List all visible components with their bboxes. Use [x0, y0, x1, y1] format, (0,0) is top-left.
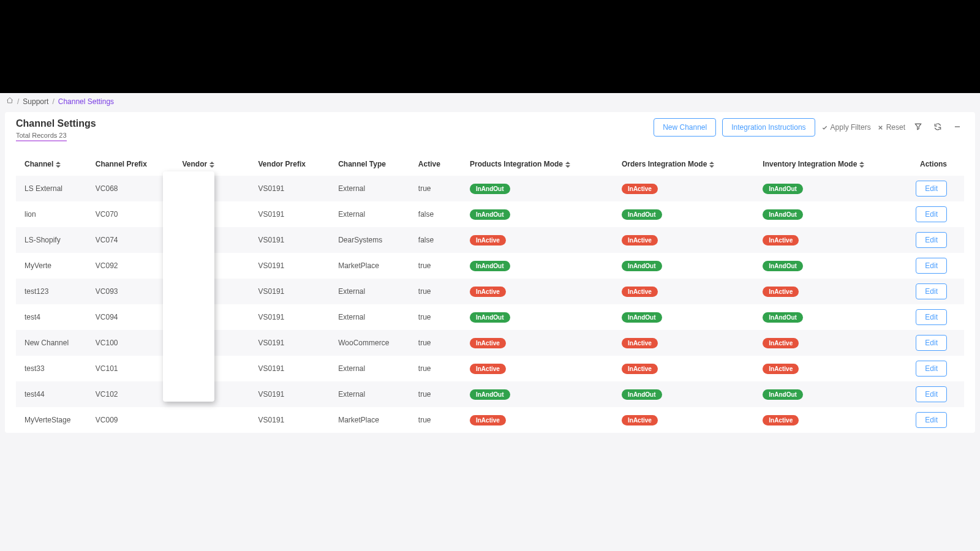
edit-button[interactable]: Edit — [916, 206, 947, 222]
cell-orders: InActive — [617, 176, 758, 201]
cell-channel: LS-Shopify — [16, 227, 91, 253]
cell-channel: test33 — [16, 356, 91, 381]
sort-icon — [859, 162, 864, 168]
reset-button[interactable]: Reset — [877, 123, 905, 132]
apply-filters-button[interactable]: Apply Filters — [821, 123, 871, 132]
cell-channel: test4 — [16, 304, 91, 330]
cell-type: External — [333, 381, 413, 407]
edit-button[interactable]: Edit — [916, 335, 947, 351]
cell-active: true — [413, 356, 465, 381]
col-actions: Actions — [899, 148, 964, 176]
status-badge: InActive — [763, 235, 799, 246]
status-badge: InAndOut — [622, 209, 662, 220]
cell-vendor-prefix: VS0191 — [254, 330, 334, 356]
minimize-icon[interactable] — [951, 122, 964, 133]
cell-inventory: InAndOut — [758, 253, 899, 279]
status-badge: InAndOut — [470, 389, 510, 400]
col-active[interactable]: Active — [413, 148, 465, 176]
cell-active: true — [413, 330, 465, 356]
cell-orders: InActive — [617, 279, 758, 304]
cell-channel: New Channel — [16, 330, 91, 356]
sort-icon — [565, 162, 570, 168]
status-badge: InActive — [622, 338, 658, 348]
cell-vendor-prefix: VS0191 — [254, 304, 334, 330]
cell-orders: InAndOut — [617, 381, 758, 407]
col-products-mode[interactable]: Products Integration Mode — [465, 148, 617, 176]
cell-inventory: InAndOut — [758, 201, 899, 227]
table-row: lionVC070VS0191ExternalfalseInAndOutInAn… — [16, 201, 964, 227]
cell-type: MarketPlace — [333, 253, 413, 279]
col-channel-type[interactable]: Channel Type — [333, 148, 413, 176]
table-row: test4VC094VS0191ExternaltrueInAndOutInAn… — [16, 304, 964, 330]
cell-vendor-prefix: VS0191 — [254, 381, 334, 407]
status-badge: InActive — [763, 415, 799, 425]
cell-channel: MyVerte — [16, 253, 91, 279]
cell-inventory: InActive — [758, 279, 899, 304]
cell-inventory: InAndOut — [758, 304, 899, 330]
edit-button[interactable]: Edit — [916, 386, 947, 402]
status-badge: InAndOut — [763, 209, 803, 220]
integration-instructions-button[interactable]: Integration Instructions — [722, 118, 815, 137]
cell-inventory: InAndOut — [758, 381, 899, 407]
cell-channel: test123 — [16, 279, 91, 304]
col-inventory-mode[interactable]: Inventory Integration Mode — [758, 148, 899, 176]
breadcrumb-separator: / — [17, 97, 19, 106]
cell-orders: InActive — [617, 227, 758, 253]
cell-vendor-prefix: VS0191 — [254, 253, 334, 279]
cell-actions: Edit — [899, 304, 964, 330]
filter-icon[interactable] — [911, 122, 925, 133]
col-orders-mode[interactable]: Orders Integration Mode — [617, 148, 758, 176]
cell-products: InAndOut — [465, 176, 617, 201]
cell-actions: Edit — [899, 176, 964, 201]
breadcrumb-support[interactable]: Support — [23, 97, 48, 106]
edit-button[interactable]: Edit — [916, 412, 947, 428]
edit-button[interactable]: Edit — [916, 181, 947, 197]
refresh-icon[interactable] — [931, 122, 944, 133]
edit-button[interactable]: Edit — [916, 309, 947, 325]
status-badge: InActive — [470, 287, 506, 297]
status-badge: InActive — [470, 415, 506, 425]
apply-filters-label: Apply Filters — [831, 123, 871, 132]
breadcrumb-separator: / — [52, 97, 54, 106]
col-vendor-prefix[interactable]: Vendor Prefix — [254, 148, 334, 176]
cell-type: External — [333, 304, 413, 330]
cell-actions: Edit — [899, 356, 964, 381]
cell-channel: LS External — [16, 176, 91, 201]
edit-button[interactable]: Edit — [916, 283, 947, 299]
cell-orders: InAndOut — [617, 253, 758, 279]
cell-vendor-prefix: VS0191 — [254, 201, 334, 227]
cell-vendor — [178, 407, 254, 433]
cell-products: InAndOut — [465, 381, 617, 407]
cell-type: External — [333, 356, 413, 381]
settings-panel: Channel Settings Total Records 23 New Ch… — [5, 112, 975, 433]
cell-products: InActive — [465, 407, 617, 433]
status-badge: InActive — [763, 287, 799, 297]
cell-active: false — [413, 201, 465, 227]
cell-actions: Edit — [899, 381, 964, 407]
cell-vendor-prefix: VS0191 — [254, 227, 334, 253]
cell-vendor-prefix: VS0191 — [254, 356, 334, 381]
status-badge: InAndOut — [470, 261, 510, 271]
edit-button[interactable]: Edit — [916, 258, 947, 274]
cell-actions: Edit — [899, 330, 964, 356]
col-channel[interactable]: Channel — [16, 148, 91, 176]
cell-inventory: InAndOut — [758, 176, 899, 201]
edit-button[interactable]: Edit — [916, 232, 947, 248]
cell-products: InActive — [465, 227, 617, 253]
sort-icon — [209, 162, 214, 168]
cell-active: true — [413, 304, 465, 330]
cell-orders: InAndOut — [617, 304, 758, 330]
new-channel-button[interactable]: New Channel — [654, 118, 716, 137]
status-badge: InAndOut — [763, 261, 803, 271]
vendor-dropdown-popup[interactable] — [163, 171, 214, 402]
status-badge: InAndOut — [470, 312, 510, 323]
cell-active: true — [413, 176, 465, 201]
cell-orders: InActive — [617, 407, 758, 433]
edit-button[interactable]: Edit — [916, 361, 947, 377]
cell-orders: InActive — [617, 356, 758, 381]
home-icon[interactable] — [6, 97, 13, 106]
cell-orders: InAndOut — [617, 201, 758, 227]
status-badge: InAndOut — [763, 312, 803, 323]
table-row: test33VC101VS0191ExternaltrueInActiveInA… — [16, 356, 964, 381]
status-badge: InActive — [622, 415, 658, 425]
